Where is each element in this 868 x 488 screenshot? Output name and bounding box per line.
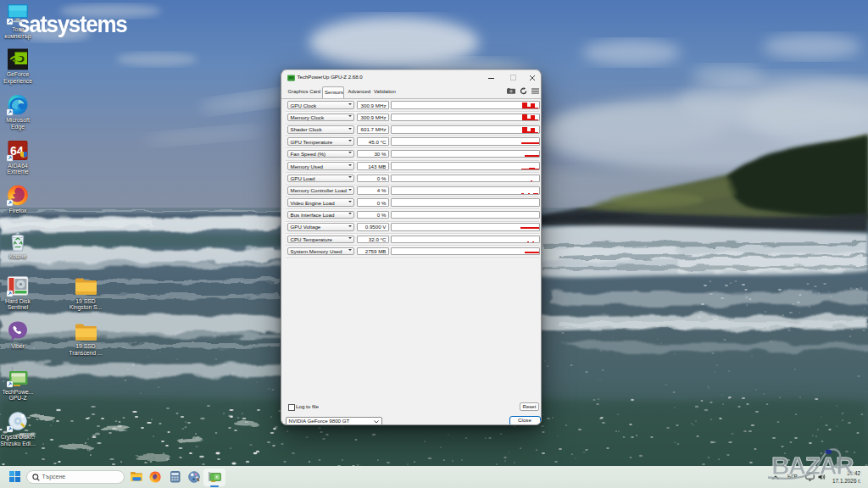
svg-text:BAZAR: BAZAR — [771, 452, 854, 480]
